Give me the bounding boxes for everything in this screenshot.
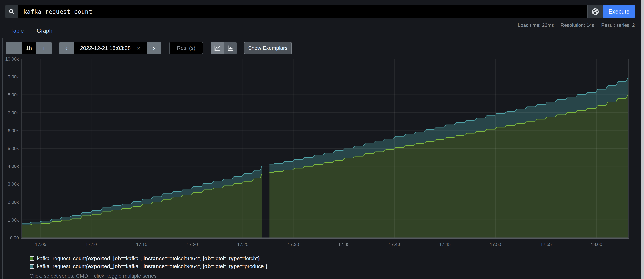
query-bar: Execute	[5, 5, 635, 18]
svg-text:7.00k: 7.00k	[8, 110, 19, 115]
range-increment-button[interactable]: +	[36, 42, 52, 54]
stacked-graph-toggle-button[interactable]	[224, 42, 237, 54]
range-input[interactable]	[22, 42, 36, 54]
datetime-group: ‹ 2022-12-21 18:03:08 × ›	[59, 42, 161, 54]
svg-text:17:15: 17:15	[136, 242, 147, 247]
svg-text:17:25: 17:25	[237, 242, 248, 247]
svg-text:17:05: 17:05	[35, 242, 46, 247]
show-exemplars-button[interactable]: Show Exemplars	[244, 42, 292, 54]
svg-text:17:30: 17:30	[288, 242, 299, 247]
vertical-scrollbar[interactable]	[641, 0, 644, 279]
resolution-stat: Resolution: 14s	[561, 22, 594, 28]
stacked-chart-icon	[226, 44, 234, 52]
svg-text:3.00k: 3.00k	[8, 182, 19, 187]
svg-text:5.00k: 5.00k	[8, 146, 19, 151]
result-series-stat: Result series: 2	[601, 22, 635, 28]
line-chart-icon	[213, 44, 221, 52]
execute-button[interactable]: Execute	[603, 5, 635, 18]
chart-type-toggle	[210, 42, 237, 54]
svg-text:17:50: 17:50	[490, 242, 501, 247]
svg-text:2.00k: 2.00k	[8, 200, 19, 205]
svg-text:17:45: 17:45	[439, 242, 450, 247]
query-input-group	[5, 5, 603, 18]
series-label: kafka_request_count{exported_job="kafka"…	[37, 256, 260, 262]
graph-panel: − + ‹ 2022-12-21 18:03:08 × ›	[2, 37, 638, 279]
graph-controls: − + ‹ 2022-12-21 18:03:08 × ›	[6, 42, 292, 54]
prev-time-button[interactable]: ‹	[59, 42, 74, 54]
resolution-input[interactable]	[169, 42, 203, 54]
svg-text:17:40: 17:40	[389, 242, 400, 247]
tab-table[interactable]: Table	[7, 26, 28, 36]
legend: kafka_request_count{exported_job="kafka"…	[30, 255, 268, 271]
series-swatch	[30, 256, 34, 261]
datetime-value: 2022-12-21 18:03:08	[74, 45, 137, 51]
range-decrement-button[interactable]: −	[6, 42, 22, 54]
svg-text:17:55: 17:55	[540, 242, 552, 247]
svg-text:17:20: 17:20	[187, 242, 198, 247]
query-stats: Load time: 22ms Resolution: 14s Result s…	[518, 22, 635, 28]
clear-datetime-icon[interactable]: ×	[137, 45, 146, 52]
range-group: − +	[6, 42, 52, 54]
svg-text:8.00k: 8.00k	[8, 92, 19, 97]
legend-item[interactable]: kafka_request_count{exported_job="kafka"…	[30, 255, 268, 262]
svg-text:0.00: 0.00	[10, 235, 19, 240]
tab-graph[interactable]: Graph	[30, 22, 60, 39]
datetime-input[interactable]: 2022-12-21 18:03:08 ×	[74, 42, 146, 54]
svg-text:18:00: 18:00	[591, 242, 602, 247]
legend-help-text: Click: select series, CMD + click: toggl…	[30, 273, 156, 279]
search-iconbox	[5, 5, 18, 18]
svg-text:6.00k: 6.00k	[8, 128, 19, 133]
series-swatch	[30, 264, 34, 269]
svg-text:17:35: 17:35	[338, 242, 350, 247]
svg-text:17:10: 17:10	[86, 242, 97, 247]
series-label: kafka_request_count{exported_job="kafka"…	[37, 264, 268, 270]
svg-text:10.00k: 10.00k	[5, 56, 19, 62]
svg-text:9.00k: 9.00k	[8, 74, 19, 79]
legend-item[interactable]: kafka_request_count{exported_job="kafka"…	[30, 263, 268, 270]
chart-area: 0.001.00k2.00k3.00k4.00k5.00k6.00k7.00k8…	[3, 56, 637, 257]
globe-icon	[591, 8, 599, 15]
search-icon	[8, 8, 15, 15]
local-time-button[interactable]	[588, 5, 603, 18]
next-time-button[interactable]: ›	[146, 42, 161, 54]
graph-svg[interactable]: 0.001.00k2.00k3.00k4.00k5.00k6.00k7.00k8…	[3, 56, 637, 257]
svg-text:4.00k: 4.00k	[8, 164, 19, 169]
load-time: Load time: 22ms	[518, 22, 554, 28]
query-input[interactable]	[18, 5, 588, 18]
line-graph-toggle-button[interactable]	[210, 42, 224, 54]
svg-text:1.00k: 1.00k	[8, 217, 19, 223]
